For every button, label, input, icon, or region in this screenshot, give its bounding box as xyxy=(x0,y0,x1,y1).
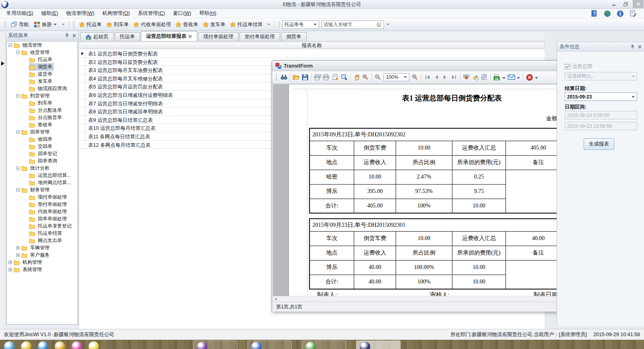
tree-item-托运单结算[interactable]: 托运单结算 xyxy=(7,230,77,237)
tab-垫付单据处理[interactable]: 垫付单据处理 xyxy=(239,32,280,41)
tree-item-分点验货单[interactable]: 分点验货单 xyxy=(7,114,77,121)
zoom-out-button[interactable] xyxy=(374,73,382,82)
tree-item-运营总部结算[interactable]: 运营总部结算... xyxy=(7,172,77,179)
favorite-button[interactable]: 签收单 xyxy=(173,20,200,29)
taskbar-app-icon[interactable] xyxy=(38,341,48,349)
menu-item[interactable]: 窗口(W) xyxy=(169,9,195,18)
pan-button[interactable] xyxy=(352,73,361,82)
taskbar-app-icon[interactable] xyxy=(72,341,82,349)
expand-icon[interactable] xyxy=(8,261,12,264)
search-overflow[interactable] xyxy=(384,23,392,27)
tab-close-icon[interactable] xyxy=(188,35,192,38)
tree-item-回单查询[interactable]: 回单查询 xyxy=(7,157,77,164)
taskbar-app-button[interactable] xyxy=(302,341,346,349)
menu-item[interactable]: 物流管理(W) xyxy=(62,9,98,18)
collapse-icon[interactable] xyxy=(16,130,20,134)
pin-icon[interactable] xyxy=(65,33,69,38)
skin-button[interactable]: 换肤 xyxy=(31,20,59,29)
taskbar-app-icon[interactable] xyxy=(4,341,14,349)
report-wizard-icon[interactable] xyxy=(630,10,637,17)
tree-item-现付单据处理[interactable]: 现付单据处理 xyxy=(7,193,77,201)
tree-item-代收单据处理[interactable]: 代收单据处理 xyxy=(7,208,77,215)
tree-item-统计分析[interactable]: 统计分析 xyxy=(7,164,77,172)
tab-倒货单[interactable]: 倒货单 xyxy=(281,32,307,41)
tree-item-发车单[interactable]: 发车单 xyxy=(7,78,77,85)
tree-item-客户服务[interactable]: 客户服务 xyxy=(7,251,77,259)
tab-托运单[interactable]: 托运单 xyxy=(115,32,140,41)
pin-icon[interactable] xyxy=(630,44,635,49)
sidebar-close-icon[interactable] xyxy=(72,34,76,37)
print-button[interactable] xyxy=(322,73,331,82)
favorite-button[interactable]: 代收单据处理 xyxy=(131,20,173,29)
toolbar-grip[interactable] xyxy=(276,74,277,81)
collapse-icon[interactable] xyxy=(16,166,20,170)
tree-item-托运单[interactable]: 托运单 xyxy=(7,56,77,63)
mail-button[interactable] xyxy=(507,73,516,82)
report-list-row[interactable]: 表1 运营总部每日倒货费分配表 xyxy=(79,49,545,58)
favorite-button[interactable]: 发车单 xyxy=(200,20,228,29)
taskbar-app-button[interactable] xyxy=(248,341,292,349)
search-input[interactable] xyxy=(324,22,376,27)
search-icon[interactable] xyxy=(376,22,382,28)
tree-item-到车单[interactable]: 到车单 xyxy=(7,99,77,107)
tree-item-收货管理[interactable]: 收货管理 xyxy=(7,49,77,56)
open-button[interactable] xyxy=(292,73,301,82)
watermark-button[interactable] xyxy=(480,73,489,82)
tree-item-物流管理[interactable]: 物流管理 xyxy=(7,41,77,49)
collapse-icon[interactable] xyxy=(16,94,20,98)
tree-item-分点配送单[interactable]: 分点配送单 xyxy=(7,107,77,114)
tab-现付单据处理[interactable]: 现付单据处理 xyxy=(198,32,239,41)
tree-item-托运单变更登记[interactable]: 托运单变更登记 xyxy=(7,222,77,230)
first-page-button[interactable] xyxy=(423,73,432,82)
tree-item-系统管理[interactable]: 系统管理 xyxy=(7,266,77,273)
taskbar-app-button[interactable] xyxy=(193,341,237,349)
menu-item[interactable]: 帮助(H) xyxy=(195,9,220,18)
hq-checkbox-row[interactable]: 运营总部 xyxy=(565,63,592,70)
taskbar-app-icon[interactable] xyxy=(55,341,65,349)
tree-item-地州网点结算[interactable]: 地州网点结算... xyxy=(7,179,77,186)
search-type-combo[interactable]: 托运单号 xyxy=(282,21,319,29)
taskbar-app-icon[interactable] xyxy=(89,341,99,349)
menu-item[interactable]: 常用功能(S) xyxy=(2,9,37,18)
menu-item[interactable]: 系统管理(C) xyxy=(134,9,169,18)
close-button[interactable] xyxy=(633,0,644,8)
checkbox-checked-icon[interactable] xyxy=(565,64,570,70)
toolbar-grip[interactable] xyxy=(4,21,6,28)
info-icon[interactable] xyxy=(617,10,624,17)
settle-date-combo[interactable]: 2015-09-23 xyxy=(565,92,637,101)
print-dialog-button[interactable]: ? xyxy=(313,73,322,82)
toolbar-overflow[interactable] xyxy=(59,23,67,27)
dropdown-caret[interactable] xyxy=(501,74,507,80)
expand-icon[interactable] xyxy=(16,253,20,257)
collapse-icon[interactable] xyxy=(16,188,20,192)
tree-item-交回单[interactable]: 交回单 xyxy=(7,143,77,150)
save-button[interactable] xyxy=(301,73,310,82)
toolbar-grip[interactable] xyxy=(73,21,74,28)
help-book-icon[interactable]: ? xyxy=(591,10,598,17)
collapse-icon[interactable] xyxy=(8,43,12,47)
tree-item-提货单[interactable]: 提货单 xyxy=(7,70,77,78)
restore-button[interactable] xyxy=(620,0,631,8)
tree-item-车辆管理[interactable]: 车辆管理 xyxy=(7,244,77,251)
toolbar-grip[interactable] xyxy=(279,21,280,28)
collapse-icon[interactable] xyxy=(16,51,20,54)
tree-item-物流跟踪查询[interactable]: 物流跟踪查询 xyxy=(7,85,77,92)
favorite-button[interactable]: 托运单结算 xyxy=(227,20,265,29)
scale-button[interactable] xyxy=(340,73,349,82)
navigation-button[interactable]: 导航 xyxy=(8,20,31,29)
viewer-zoom-combo[interactable]: 100% xyxy=(384,73,409,81)
close-red-button[interactable] xyxy=(525,73,534,82)
find-button[interactable] xyxy=(279,73,288,82)
generate-report-button[interactable]: 生成报表 xyxy=(584,138,614,150)
condition-panel-close-icon[interactable] xyxy=(638,45,642,49)
export-button[interactable] xyxy=(492,73,501,82)
menu-item[interactable]: 辅助(E) xyxy=(37,9,62,18)
tree-item-机构管理[interactable]: 机构管理 xyxy=(7,259,77,266)
tree-item-回单登记[interactable]: 回单登记 xyxy=(7,150,77,157)
minimize-button[interactable] xyxy=(608,0,619,8)
page-setup-button[interactable] xyxy=(331,73,340,82)
tree-item-网点支出单[interactable]: 网点支出单 xyxy=(7,237,77,244)
globe-icon[interactable] xyxy=(604,10,611,17)
tab-起始页[interactable]: 起始页 xyxy=(80,32,114,41)
expand-icon[interactable] xyxy=(8,268,12,271)
